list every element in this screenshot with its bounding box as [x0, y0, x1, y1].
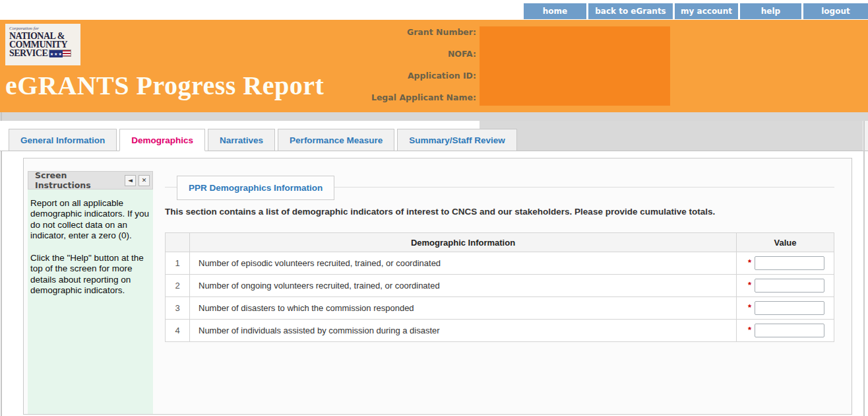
screen-instructions-header: Screen Instructions ◄ ✕ [28, 171, 153, 190]
table-row: 4 Number of individuals assisted by comm… [166, 320, 834, 342]
row-description: Number of individuals assisted by commis… [190, 320, 737, 342]
value-input-4[interactable] [755, 324, 824, 337]
row-value-cell: * [737, 252, 834, 275]
grant-fields: Grant Number: NOFA: Application ID: Lega… [356, 27, 476, 114]
row-description: Number of disasters to which the commiss… [190, 297, 737, 320]
tab-general-information[interactable]: General Information [9, 129, 117, 151]
row-description: Number of episodic volunteers recruited,… [190, 252, 737, 275]
tab-performance-measure[interactable]: Performance Measure [278, 129, 394, 151]
header-value-cell: Value [737, 233, 834, 252]
tab-narratives[interactable]: Narratives [208, 129, 275, 151]
grant-number-label: Grant Number: [356, 27, 476, 38]
table-row: 2 Number of ongoing volunteers recruited… [166, 275, 834, 297]
row-number: 4 [166, 320, 190, 342]
required-asterisk: * [748, 325, 751, 335]
row-number: 1 [166, 252, 190, 275]
tab-strip: General Information Demographics Narrati… [0, 121, 868, 151]
row-number: 3 [166, 297, 190, 320]
logo-corp-line: Corporation for [9, 26, 77, 31]
table-row: 1 Number of episodic volunteers recruite… [166, 252, 834, 275]
row-number: 2 [166, 275, 190, 297]
screen-instructions-title: Screen Instructions [35, 170, 122, 190]
demographics-table: Demographic Information Value 1 Number o… [165, 232, 834, 342]
value-input-1[interactable] [755, 256, 824, 270]
banner: Corporation for NATIONAL & COMMUNITY SER… [0, 20, 868, 112]
application-id-label: Application ID: [356, 71, 476, 81]
screen-instructions-body: Report on all applicable demographic ind… [28, 190, 153, 415]
close-icon[interactable]: ✕ [139, 175, 150, 186]
screen-instructions-panel: Screen Instructions ◄ ✕ Report on all ap… [28, 171, 153, 414]
nav-my-account-button[interactable]: my account [675, 3, 738, 19]
us-flag-icon: ★★★ [49, 50, 71, 57]
header-info-cell: Demographic Information [190, 233, 737, 252]
header-number-cell [166, 233, 190, 252]
legal-applicant-name-label: Legal Applicant Name: [356, 92, 476, 103]
nav-back-to-egrants-button[interactable]: back to eGrants [588, 3, 673, 19]
page: { "nav": { "items": [ { "label": "home" … [0, 0, 868, 416]
tab-summary-staff-review[interactable]: Summary/Staff Review [397, 129, 517, 151]
row-value-cell: * [737, 297, 834, 320]
page-title: eGRANTS Progress Report [5, 70, 324, 101]
window-right-border [863, 121, 865, 416]
value-input-2[interactable] [755, 279, 824, 293]
section-description: This section contains a list of demograp… [165, 207, 834, 217]
nofa-label: NOFA: [356, 49, 476, 59]
value-input-3[interactable] [755, 301, 824, 315]
required-asterisk: * [748, 258, 751, 267]
table-row: 3 Number of disasters to which the commi… [166, 297, 834, 320]
tab-demographics[interactable]: Demographics [119, 129, 205, 151]
content-panel: Screen Instructions ◄ ✕ Report on all ap… [23, 158, 852, 415]
nav-help-button[interactable]: help [740, 3, 801, 19]
section-title-tab[interactable]: PPR Demographics Information [177, 176, 334, 200]
required-asterisk: * [748, 302, 751, 312]
nav-home-button[interactable]: home [524, 3, 586, 19]
row-value-cell: * [737, 275, 834, 297]
required-asterisk: * [748, 280, 751, 290]
flag-stars: ★★★ [49, 50, 63, 57]
instructions-paragraph: Click the "Help" button at the top of th… [30, 253, 150, 296]
grant-values-redacted-block [480, 26, 670, 106]
top-bar: home back to eGrants my account help log… [0, 0, 868, 20]
tabs: General Information Demographics Narrati… [9, 129, 520, 151]
cncs-logo: Corporation for NATIONAL & COMMUNITY SER… [5, 24, 80, 65]
nav-logout-button[interactable]: logout [803, 3, 868, 19]
row-description: Number of ongoing volunteers recruited, … [190, 275, 737, 297]
top-nav: home back to eGrants my account help log… [524, 3, 868, 19]
table-header-row: Demographic Information Value [166, 233, 834, 252]
logo-service-text: SERVICE [9, 49, 47, 57]
collapse-left-icon[interactable]: ◄ [125, 175, 136, 186]
demographics-section: PPR Demographics Information This sectio… [165, 176, 834, 414]
logo-line-3: SERVICE ★★★ [9, 49, 77, 57]
row-value-cell: * [737, 320, 834, 342]
instructions-paragraph: Report on all applicable demographic ind… [30, 198, 150, 242]
